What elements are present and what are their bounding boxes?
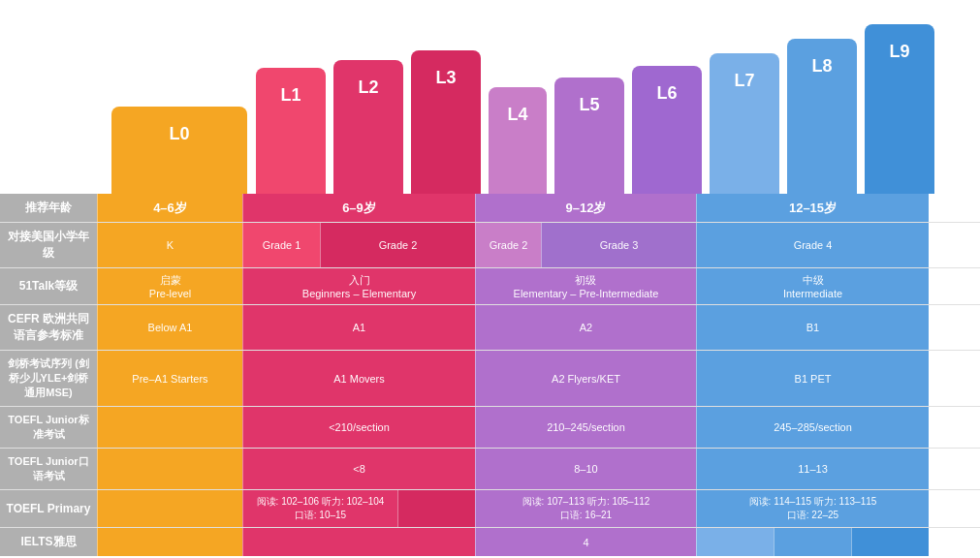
cell-cambridge-L0: Pre–A1 Starters	[97, 351, 242, 406]
cell-toefl-jr-sp-L456: 8–10	[475, 449, 696, 489]
cell-toefl-jr-sp-L789: 11–13	[696, 449, 929, 489]
label-toefl-primary: TOEFL Primary	[0, 490, 97, 527]
cell-toefl-p-L0	[97, 490, 242, 527]
label-cefr: CEFR 欧洲共同语言参考标准	[0, 305, 97, 350]
bar-L2: L2	[330, 60, 407, 194]
row-toefl-jr-sp: TOEFL Junior口语考试 <8 8–10 11–13	[0, 449, 980, 490]
label-grade: 对接美国小学年级	[0, 223, 97, 267]
cell-age-L123: 6–9岁	[242, 194, 475, 222]
label-toefl-jr-sp: TOEFL Junior口语考试	[0, 449, 97, 489]
cell-ielts-L0	[97, 528, 242, 556]
bar-L8: L8	[783, 39, 861, 194]
row-cefr: CEFR 欧洲共同语言参考标准 Below A1 A1 A2 B1	[0, 305, 980, 351]
row-toefl-jr-std: TOEFL Junior标准考试 <210/section 210–245/se…	[0, 407, 980, 449]
cell-toefl-p-L12: 阅读: 102–106 听力: 102–104 口语: 10–15	[242, 490, 397, 527]
cell-toefl-jr-sp-L0	[97, 449, 242, 489]
cell-ielts-L7	[696, 528, 774, 556]
bar-L9: L9	[861, 24, 938, 194]
cell-51talk-L0: 启蒙 Pre-level	[97, 268, 242, 304]
cell-toefl-p-L3	[397, 490, 475, 527]
cell-toefl-p-L456: 阅读: 107–113 听力: 105–112 口语: 16–21	[475, 490, 696, 527]
cell-grade-L23: Grade 2	[320, 223, 475, 267]
cell-ielts-L9	[851, 528, 929, 556]
bar-L3: L3	[407, 50, 485, 194]
bars-section: L0 L1 L2 L3	[0, 0, 980, 194]
cell-51talk-L789: 中级 Intermediate	[696, 268, 929, 304]
chart-wrapper: L0 L1 L2 L3	[0, 0, 980, 558]
label-ielts: IELTS雅思	[0, 528, 97, 556]
cell-age-L456: 9–12岁	[475, 194, 696, 222]
cell-toefl-p-L789: 阅读: 114–115 听力: 113–115 口语: 22–25	[696, 490, 929, 527]
bar-L7: L7	[706, 53, 783, 194]
cell-cefr-L123: A1	[242, 305, 475, 350]
label-cambridge: 剑桥考试序列 (剑桥少儿YLE+剑桥通用MSE)	[0, 351, 97, 406]
label-age: 推荐年龄	[0, 194, 97, 222]
cell-age-L0: 4–6岁	[97, 194, 242, 222]
bar-L6: L6	[628, 66, 706, 194]
label-toefl-jr-std: TOEFL Junior标准考试	[0, 407, 97, 448]
label-51talk: 51Talk等级	[0, 268, 97, 304]
cell-cefr-L456: A2	[475, 305, 696, 350]
cell-cambridge-L123: A1 Movers	[242, 351, 475, 406]
cell-ielts-L123	[242, 528, 475, 556]
cell-51talk-L123: 入门 Beginners – Elementary	[242, 268, 475, 304]
cell-51talk-L456: 初级 Elementary – Pre-Intermediate	[475, 268, 696, 304]
cell-cefr-L789: B1	[696, 305, 929, 350]
row-ielts: IELTS雅思 4	[0, 528, 980, 556]
cell-grade-L56: Grade 3	[541, 223, 696, 267]
cell-toefl-jr-std-L123: <210/section	[242, 407, 475, 448]
cell-grade-L789: Grade 4	[696, 223, 929, 267]
row-51talk: 51Talk等级 启蒙 Pre-level 入门 Beginners – Ele…	[0, 268, 980, 305]
cell-toefl-jr-std-L789: 245–285/section	[696, 407, 929, 448]
main-container: L0 L1 L2 L3	[0, 0, 980, 558]
row-grade: 对接美国小学年级 K Grade 1 Grade 2 Grade 2 Grade…	[0, 223, 980, 268]
cell-age-L789: 12–15岁	[696, 194, 929, 222]
cell-cambridge-L789: B1 PET	[696, 351, 929, 406]
cell-toefl-jr-std-L0	[97, 407, 242, 448]
cell-grade-L4: Grade 2	[475, 223, 541, 267]
cell-ielts-L8	[774, 528, 851, 556]
row-toefl-primary: TOEFL Primary 阅读: 102–106 听力: 102–104 口语…	[0, 490, 980, 528]
bar-L0: L0	[107, 107, 252, 194]
cell-cefr-L0: Below A1	[97, 305, 242, 350]
cell-grade-L0: K	[97, 223, 242, 267]
row-age: 推荐年龄 4–6岁 6–9岁 9–12岁 12–15岁	[0, 194, 980, 223]
cell-cambridge-L456: A2 Flyers/KET	[475, 351, 696, 406]
bar-L4: L4	[485, 87, 551, 194]
bar-L5: L5	[551, 78, 628, 194]
cell-ielts-L456: 4	[475, 528, 696, 556]
table-section: 推荐年龄 4–6岁 6–9岁 9–12岁 12–15岁 对接美国小学年级 K G…	[0, 194, 980, 556]
cell-toefl-jr-sp-L123: <8	[242, 449, 475, 489]
bar-L1: L1	[252, 68, 330, 194]
row-cambridge: 剑桥考试序列 (剑桥少儿YLE+剑桥通用MSE) Pre–A1 Starters…	[0, 351, 980, 407]
cell-grade-L1: Grade 1	[242, 223, 320, 267]
cell-toefl-jr-std-L456: 210–245/section	[475, 407, 696, 448]
